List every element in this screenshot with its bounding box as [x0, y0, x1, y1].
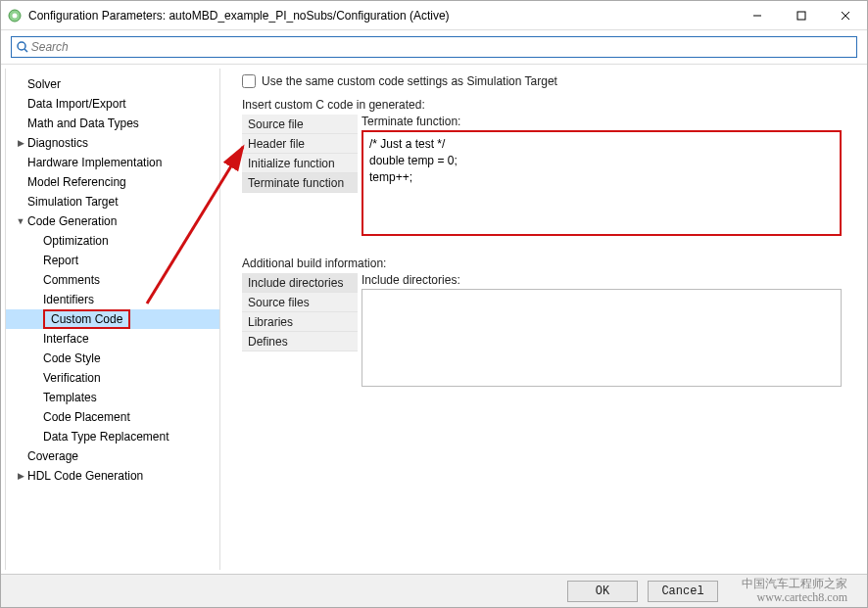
tree-item-label: Code Generation — [27, 214, 117, 228]
vtab[interactable]: Initialize function — [242, 154, 358, 173]
tree-item-label: Custom Code — [43, 309, 130, 329]
tree-item-label: Comments — [43, 273, 100, 287]
tree-item-label: Solver — [27, 77, 61, 91]
build-tabs: Include directoriesSource filesLibraries… — [242, 273, 358, 351]
tree-item[interactable]: Simulation Target — [6, 192, 219, 211]
code-field-label: Terminate function: — [362, 115, 842, 128]
tree-item-label: Report — [43, 254, 78, 267]
tree-item[interactable]: Code Placement — [6, 407, 219, 427]
vtab[interactable]: Terminate function — [242, 173, 358, 193]
terminate-function-textarea[interactable] — [362, 130, 842, 236]
vtab[interactable]: Header file — [242, 134, 358, 154]
tree-item-label: Data Type Replacement — [43, 430, 169, 444]
build-info-heading: Additional build information: — [242, 257, 842, 270]
include-directories-textarea[interactable] — [362, 289, 842, 387]
tree-item-label: Optimization — [43, 234, 109, 248]
vtab[interactable]: Defines — [242, 332, 358, 351]
vtab[interactable]: Include directories — [242, 273, 358, 293]
tree-item[interactable]: Data Type Replacement — [6, 427, 219, 446]
same-settings-checkbox[interactable] — [242, 74, 256, 88]
tree-item-label: Simulation Target — [27, 195, 119, 209]
vtab[interactable]: Source file — [242, 115, 358, 134]
tree-item-label: Interface — [43, 332, 89, 346]
tree-item[interactable]: Optimization — [6, 231, 219, 251]
right-pane: Use the same custom code settings as Sim… — [220, 65, 867, 574]
tree-item[interactable]: Custom Code — [6, 309, 219, 329]
chevron-right-icon[interactable]: ▶ — [16, 138, 25, 148]
app-icon — [7, 8, 23, 23]
ok-button[interactable]: OK — [567, 581, 638, 602]
vtab[interactable]: Source files — [242, 293, 358, 312]
svg-point-6 — [18, 42, 25, 50]
tree-item[interactable]: Data Import/Export — [6, 94, 219, 114]
svg-rect-3 — [797, 12, 805, 20]
tree-item-label: Verification — [43, 371, 101, 385]
search-input[interactable] — [31, 40, 852, 54]
tree-item[interactable]: Coverage — [6, 446, 219, 466]
tree-item[interactable]: Code Style — [6, 349, 219, 368]
search-input-container[interactable] — [11, 36, 857, 58]
tree-item-label: HDL Code Generation — [27, 469, 143, 483]
tree-item[interactable]: Identifiers — [6, 290, 219, 309]
tree-item[interactable]: Comments — [6, 270, 219, 290]
same-settings-label: Use the same custom code settings as Sim… — [262, 74, 557, 88]
tree-item-label: Diagnostics — [27, 136, 88, 150]
tree-item-label: Code Style — [43, 351, 101, 365]
window-title: Configuration Parameters: autoMBD_exampl… — [28, 9, 735, 23]
svg-point-1 — [13, 13, 18, 18]
watermark: 中国汽车工程师之家 www.cartech8.com — [742, 578, 847, 603]
tree-item[interactable]: ▶Diagnostics — [6, 133, 219, 153]
tree-item[interactable]: Solver — [6, 74, 219, 94]
tree-item-label: Coverage — [27, 449, 78, 463]
svg-line-7 — [24, 49, 27, 52]
tree-item[interactable]: Hardware Implementation — [6, 153, 219, 172]
tree-item[interactable]: Interface — [6, 329, 219, 349]
tree-item-label: Hardware Implementation — [27, 156, 162, 169]
tree-item[interactable]: Verification — [6, 368, 219, 388]
tree-item-label: Math and Data Types — [27, 117, 139, 130]
tree-item[interactable]: Report — [6, 251, 219, 270]
maximize-button[interactable] — [779, 1, 823, 30]
nav-tree[interactable]: SolverData Import/ExportMath and Data Ty… — [5, 69, 220, 570]
vtab[interactable]: Libraries — [242, 312, 358, 332]
tree-item[interactable]: ▶HDL Code Generation — [6, 466, 219, 486]
code-tabs: Source fileHeader fileInitialize functio… — [242, 115, 358, 193]
insert-code-heading: Insert custom C code in generated: — [242, 98, 842, 112]
search-icon — [16, 40, 29, 54]
bottom-bar: OK Cancel 中国汽车工程师之家 www.cartech8.com — [1, 574, 867, 607]
tree-item[interactable]: ▼Code Generation — [6, 211, 219, 231]
tree-item[interactable]: Templates — [6, 388, 219, 407]
titlebar: Configuration Parameters: autoMBD_exampl… — [1, 1, 867, 30]
tree-item[interactable]: Model Referencing — [6, 172, 219, 192]
tree-item[interactable]: Math and Data Types — [6, 114, 219, 133]
chevron-down-icon[interactable]: ▼ — [16, 216, 25, 226]
minimize-button[interactable] — [735, 1, 779, 30]
close-button[interactable] — [823, 1, 867, 30]
tree-item-label: Identifiers — [43, 293, 94, 306]
cancel-button[interactable]: Cancel — [648, 581, 718, 602]
tree-item-label: Code Placement — [43, 410, 130, 424]
tree-item-label: Data Import/Export — [27, 97, 126, 111]
chevron-right-icon[interactable]: ▶ — [16, 471, 25, 481]
build-field-label: Include directories: — [362, 273, 842, 287]
tree-item-label: Templates — [43, 391, 97, 404]
tree-item-label: Model Referencing — [27, 175, 126, 189]
